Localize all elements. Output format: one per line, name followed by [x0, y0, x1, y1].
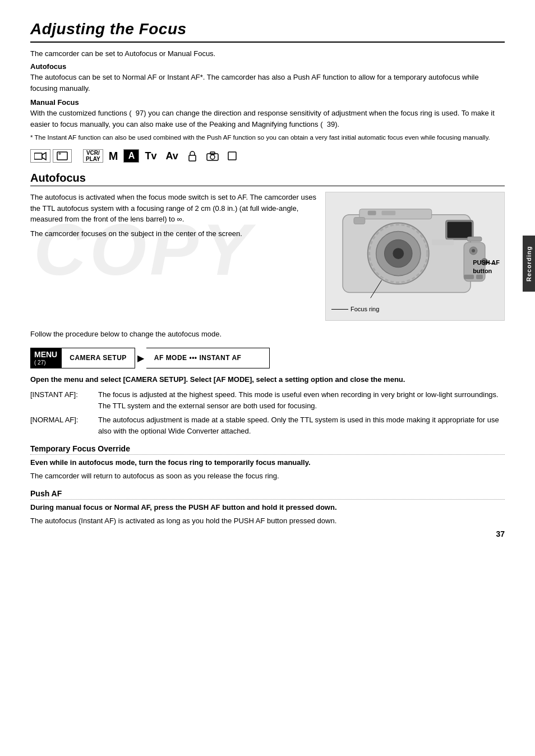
- camera-image: PUSH AFbutton Focus ring: [325, 192, 505, 321]
- svg-point-6: [210, 155, 215, 159]
- tv-mode-icon: Tv: [141, 149, 160, 163]
- manual-focus-heading: Manual Focus: [30, 98, 505, 107]
- intro-text: The camcorder can be set to Autofocus or…: [30, 49, 505, 58]
- temp-focus-body: The camcorder will return to autofocus a…: [30, 471, 505, 482]
- instant-af-desc: The focus is adjusted at the highest spe…: [98, 389, 505, 411]
- svg-rect-0: [34, 153, 42, 159]
- svg-rect-30: [354, 218, 365, 224]
- svg-rect-31: [467, 237, 482, 242]
- autofocus-body1: The autofocus is activated when the focu…: [30, 192, 316, 225]
- temp-focus-section: Temporary Focus Override Even while in a…: [30, 444, 505, 481]
- push-af-rule: [30, 499, 505, 500]
- autofocus-description: The autofocus is activated when the focu…: [30, 192, 316, 321]
- camera-mode-icon: [203, 149, 222, 163]
- page-title: Adjusting the Focus: [30, 20, 505, 38]
- svg-rect-3: [59, 153, 61, 154]
- push-af-label: PUSH AFbutton: [473, 259, 500, 275]
- svg-point-14: [393, 248, 404, 259]
- menu-bar: MENU ( 27) CAMERA SETUP ▶ AF MODE ••• IN…: [30, 348, 505, 368]
- svg-marker-1: [42, 153, 46, 160]
- av-mode-icon: Av: [162, 149, 181, 163]
- autofocus-heading: Autofocus: [30, 62, 505, 71]
- instruction-text: Open the menu and select [CAMERA SETUP].…: [30, 374, 505, 385]
- footnote-text: * The Instant AF function can also be us…: [30, 133, 505, 142]
- instant-af-definition: [INSTANT AF]: The focus is adjusted at t…: [30, 389, 505, 411]
- vcr-play-icon: VCR/PLAY: [83, 149, 103, 163]
- m-mode-icon: M: [105, 149, 122, 163]
- autofocus-body: The autofocus can be set to Normal AF or…: [30, 72, 505, 94]
- normal-af-definition: [NORMAL AF]: The autofocus adjustment is…: [30, 414, 505, 436]
- push-af-bold: During manual focus or Normal AF, press …: [30, 502, 505, 513]
- svg-rect-18: [447, 222, 472, 238]
- push-af-heading: Push AF: [30, 489, 505, 498]
- side-tab-recording: Recording: [523, 236, 535, 292]
- svg-rect-8: [228, 152, 236, 160]
- normal-af-desc: The autofocus adjustment is made at a st…: [98, 414, 505, 436]
- svg-rect-29: [476, 275, 483, 279]
- video-camera-icon: [30, 149, 50, 163]
- lock-icon: [184, 149, 201, 163]
- normal-af-term: [NORMAL AF]:: [30, 414, 95, 436]
- af-mode-menu-item: AF MODE ••• INSTANT AF: [146, 348, 270, 368]
- svg-rect-26: [382, 211, 396, 215]
- menu-sub-text: ( 27): [34, 359, 46, 366]
- menu-arrow-icon: ▶: [135, 348, 146, 368]
- follow-procedure-text: Follow the procedure below to change the…: [30, 329, 505, 340]
- instant-af-term: [INSTANT AF]:: [30, 389, 95, 411]
- svg-rect-4: [189, 155, 196, 161]
- svg-rect-28: [464, 275, 474, 279]
- autofocus-body2: The camcorder focuses on the subject in …: [30, 228, 316, 239]
- push-af-body: The autofocus (Instant AF) is activated …: [30, 515, 505, 527]
- push-af-section: Push AF During manual focus or Normal AF…: [30, 489, 505, 526]
- svg-rect-27: [432, 240, 454, 246]
- temp-focus-rule: [30, 454, 505, 455]
- autofocus-section-heading: Autofocus: [30, 172, 505, 186]
- title-rule: [30, 42, 505, 43]
- a-mode-icon: A: [123, 149, 139, 163]
- autofocus-content-area: The autofocus is activated when the focu…: [30, 192, 505, 321]
- temp-focus-heading: Temporary Focus Override: [30, 444, 505, 453]
- svg-rect-25: [368, 211, 376, 215]
- mode-icons-row: VCR/PLAY M A Tv Av: [30, 149, 505, 163]
- square-icon: [224, 149, 240, 163]
- menu-label: MENU ( 27): [30, 348, 61, 368]
- definitions-list: [INSTANT AF]: The focus is adjusted at t…: [30, 389, 505, 436]
- temp-focus-bold: Even while in autofocus mode, turn the f…: [30, 457, 505, 468]
- manual-focus-body: With the customized functions ( 97) you …: [30, 108, 505, 130]
- focus-ring-label: Focus ring: [331, 306, 379, 312]
- page-number: 37: [496, 529, 505, 538]
- photo-icon: [53, 149, 72, 163]
- menu-text: MENU: [34, 350, 57, 359]
- svg-point-21: [472, 249, 475, 252]
- svg-rect-7: [210, 152, 215, 154]
- camera-setup-menu-item: CAMERA SETUP: [61, 348, 135, 368]
